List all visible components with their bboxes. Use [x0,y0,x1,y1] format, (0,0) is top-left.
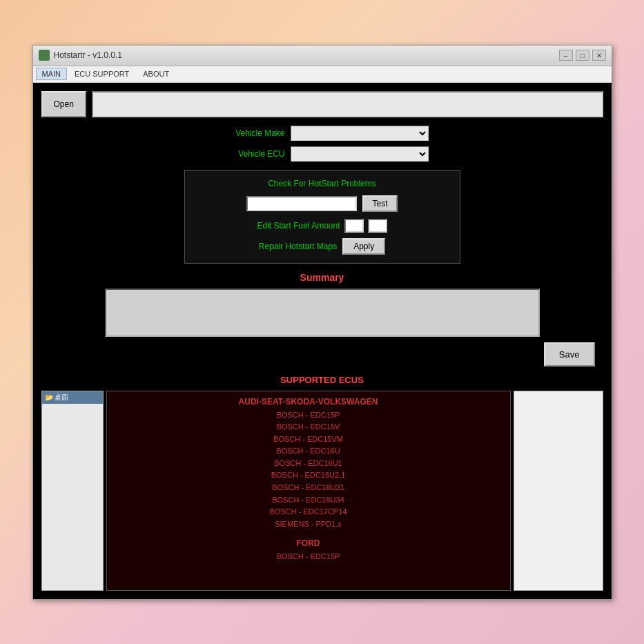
app-icon [39,50,50,61]
ecu-item-7: BOSCH - EDC16U34 [110,494,507,507]
supported-ecus-title: SUPPORTED ECUS [41,375,603,385]
menu-item-ecu-support[interactable]: ECU SUPPORT [68,68,135,80]
test-button[interactable]: Test [362,195,397,212]
ecus-center: AUDI-SEAT-SKODA-VOLKSWAGEN BOSCH - EDC15… [106,391,511,591]
supported-ecus-section: SUPPORTED ECUS 📂 桌面 AUDI-SEAT-SKODA-VOLK… [41,375,603,591]
fuel-input-2[interactable] [368,219,387,233]
fuel-label: Edit Start Fuel Amount [257,221,340,231]
ecu-item-3: BOSCH - EDC16U [110,445,507,458]
ecu-item-5: BOSCH - EDC16U2.1 [110,469,507,482]
vehicle-ecu-select[interactable] [291,146,429,162]
fuel-row: Edit Start Fuel Amount [193,219,451,233]
ecu-item-1: BOSCH - EDC15V [110,421,507,433]
ecu-item-0: BOSCH - EDC15P [110,409,507,422]
title-bar: Hotstartr - v1.0.0.1 – □ ✕ [33,46,612,66]
main-window: Hotstartr - v1.0.0.1 – □ ✕ MAIN ECU SUPP… [32,45,612,600]
menu-bar: MAIN ECU SUPPORT ABOUT [33,66,612,83]
hotstart-panel: Check For HotStart Problems Test Edit St… [184,170,460,264]
summary-box [105,289,540,337]
ecu-group-ford-title: FORD [110,538,507,548]
ecus-right-panel [514,391,603,591]
ecu-item-2: BOSCH - EDC15VM [110,433,507,446]
maximize-button[interactable]: □ [576,50,589,61]
ecu-item-6: BOSCH - EDC16U31 [110,482,507,494]
ecu-item-4: BOSCH - EDC16U1 [110,458,507,470]
ecu-item-ford-0: BOSCH - EDC15P [110,551,507,563]
save-btn-container: Save [41,342,603,367]
title-bar-left: Hotstartr - v1.0.0.1 [39,50,122,61]
ecus-left-title: 📂 桌面 [42,391,103,404]
ecu-group-audi: AUDI-SEAT-SKODA-VOLKSWAGEN BOSCH - EDC15… [110,397,507,531]
ecus-left-panel: 📂 桌面 [41,391,104,591]
menu-item-about[interactable]: ABOUT [137,68,175,80]
ecu-item-8: BOSCH - EDC17CP14 [110,506,507,518]
save-button[interactable]: Save [544,342,595,367]
title-bar-controls: – □ ✕ [559,50,606,61]
ecu-group-audi-title: AUDI-SEAT-SKODA-VOLKSWAGEN [110,397,507,407]
window-title: Hotstartr - v1.0.0.1 [54,50,122,60]
main-content: Open Vehicle Make Vehicle ECU Check For … [33,83,612,599]
repair-label: Repair Hotstart Maps [259,242,337,251]
vehicle-ecu-row: Vehicle ECU [41,146,603,162]
file-path-input[interactable] [92,91,603,117]
vehicle-make-row: Vehicle Make [41,126,603,141]
summary-title: Summary [41,272,603,283]
menu-item-main[interactable]: MAIN [36,68,68,80]
panel-title: Check For HotStart Problems [193,179,451,188]
summary-section: Summary [41,272,603,337]
vehicle-make-label: Vehicle Make [216,128,285,138]
minimize-button[interactable]: – [559,50,573,61]
fuel-input-1[interactable] [344,219,364,233]
vehicle-make-select[interactable] [291,126,429,141]
open-button[interactable]: Open [41,91,86,117]
check-input[interactable] [246,196,357,211]
top-bar: Open [41,91,603,117]
ecus-layout: 📂 桌面 AUDI-SEAT-SKODA-VOLKSWAGEN BOSCH - … [41,391,603,591]
close-button[interactable]: ✕ [592,50,606,61]
vehicle-ecu-label: Vehicle ECU [216,149,285,159]
repair-row: Repair Hotstart Maps Apply [193,238,451,255]
ecu-group-ford: FORD BOSCH - EDC15P [110,538,507,563]
apply-button[interactable]: Apply [342,238,385,255]
check-row: Test [193,195,451,212]
ecu-item-9: SIEMENS - PPD1.x [110,518,507,531]
